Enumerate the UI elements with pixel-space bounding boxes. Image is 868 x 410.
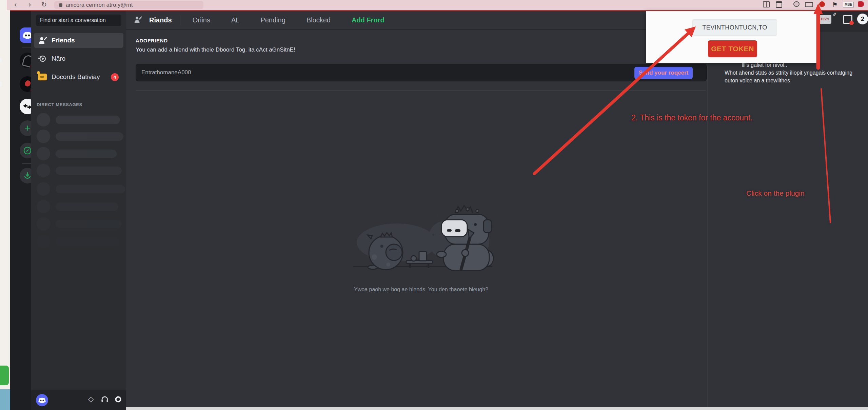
search-conversation-button[interactable]: Find or start a conversation — [36, 15, 121, 26]
dm-skeleton-row — [37, 164, 121, 177]
tab-pending[interactable]: Pending — [258, 15, 288, 25]
tab-all[interactable]: AL — [229, 15, 242, 25]
flag-icon[interactable]: ⚑ — [832, 0, 837, 9]
sidebar-item-label: Friends — [52, 37, 75, 44]
annotation-plugin-note: Click on the plugin — [746, 189, 805, 197]
browser-toolbar: ‹ › ↻ amcora cemron atro:y@rnt ⚑ MBE — [7, 0, 868, 10]
screen: ‹ › ↻ amcora cemron atro:y@rnt ⚑ MBE 71 — [0, 0, 868, 410]
server-rail: 71 18 + — [10, 11, 31, 410]
user-panel: ◇ — [31, 390, 126, 410]
dm-skeleton-row — [37, 217, 121, 231]
token-plugin-popup: TEVINTHONTUCN,TO GET TOKEN — [646, 11, 817, 63]
user-avatar[interactable] — [36, 394, 48, 406]
dm-skeleton-row — [37, 182, 121, 196]
active-now-divider — [707, 31, 708, 410]
sidebar-item-label: Docords Bativiay — [52, 73, 100, 81]
mention-badge: 4 — [111, 73, 119, 81]
swap-arrows-icon — [23, 103, 32, 110]
wumpus-illustration — [349, 203, 495, 271]
bookmarks-icon[interactable] — [763, 1, 770, 7]
channel-sidebar: Find or start a conversation Friends — [31, 11, 126, 390]
url-text: amcora cemron atro:y@rnt — [66, 2, 133, 8]
window-icon[interactable] — [776, 1, 782, 8]
tab-online[interactable]: Oriins — [190, 15, 213, 25]
back-icon[interactable]: ‹ — [14, 0, 17, 9]
extension-bubble-icon[interactable]: HiVri — [818, 15, 831, 24]
toolbar-round-icon[interactable] — [793, 1, 800, 7]
extension-logo-icon[interactable] — [858, 1, 864, 7]
tab-friends[interactable]: Riands — [146, 15, 175, 25]
token-value-field[interactable]: TEVINTHONTUCN,TO — [692, 19, 777, 36]
window-bottom-edge — [126, 407, 868, 410]
empty-state-caption: Ywoa paoh we bog ae hiends. You den thao… — [306, 287, 536, 293]
settings-icon[interactable] — [115, 396, 122, 405]
friend-username-input[interactable] — [141, 64, 616, 81]
friends-wave-icon — [134, 16, 142, 25]
send-friend-request-button[interactable]: Send your roqeert — [634, 67, 693, 79]
download-icon — [23, 171, 32, 180]
dm-skeleton-row — [37, 200, 121, 213]
unread-indicator — [0, 58, 2, 63]
reload-icon[interactable]: ↻ — [41, 0, 47, 9]
unread-indicator — [0, 82, 2, 86]
mic-icon[interactable]: ◇ — [88, 395, 94, 403]
nitro-icon — [38, 55, 47, 63]
annotation-note: Ill's galiet for nivol.. Whot ahend stat… — [725, 61, 867, 84]
desktop-app-icon[interactable] — [0, 366, 9, 385]
headphones-icon[interactable] — [101, 396, 108, 404]
desktop-dock-area — [0, 389, 10, 410]
get-token-button[interactable]: GET TOKEN — [708, 40, 757, 57]
address-bar[interactable]: amcora cemron atro:y@rnt — [54, 1, 203, 9]
tab-blocked[interactable]: Blocked — [304, 15, 333, 25]
discord-logo-icon — [38, 397, 46, 403]
tab-add-friend[interactable]: Add Frord — [349, 15, 387, 25]
compass-icon — [23, 146, 32, 155]
annotation-token-note: 2. This is the token for the account. — [631, 113, 753, 122]
dm-skeleton-row — [37, 235, 121, 248]
dm-skeleton-row — [37, 130, 121, 143]
add-friend-input-container: Send your roqeert — [136, 64, 707, 81]
friends-wave-icon — [38, 36, 47, 44]
site-security-icon — [59, 3, 62, 7]
annotation-note-line2: Whot ahend stats as sttrity iliopit ynga… — [725, 69, 867, 77]
add-friend-heading: ADOFRIEND — [136, 38, 168, 43]
add-friend-subtitle: You can add a hiend with theie Dboord To… — [136, 46, 295, 53]
annotation-note-line3: outon voice an a thewiithes — [725, 77, 867, 84]
sidebar-item-label: Näro — [52, 55, 65, 62]
extension-count-badge[interactable]: 2 — [857, 14, 868, 24]
sidebar-item-nitro[interactable]: Näro — [34, 51, 123, 66]
sidebar-item-friends[interactable]: Friends — [34, 33, 123, 48]
extension-notification-icon[interactable] — [843, 15, 852, 24]
content-divider — [136, 90, 706, 91]
toolbar-badge[interactable]: MBE — [843, 2, 854, 7]
dm-section-header: DIRECT MESSAGES — [37, 102, 115, 107]
topbar-divider — [180, 16, 180, 25]
robot-icon — [38, 74, 47, 80]
forward-icon[interactable]: › — [28, 0, 31, 9]
sidebar-item-activity[interactable]: Docords Bativiay 4 — [34, 70, 123, 84]
dm-skeleton-row — [37, 113, 121, 126]
dm-skeleton-row — [37, 147, 121, 160]
keyboard-icon[interactable] — [805, 2, 813, 7]
token-plugin-icon[interactable] — [819, 1, 825, 7]
